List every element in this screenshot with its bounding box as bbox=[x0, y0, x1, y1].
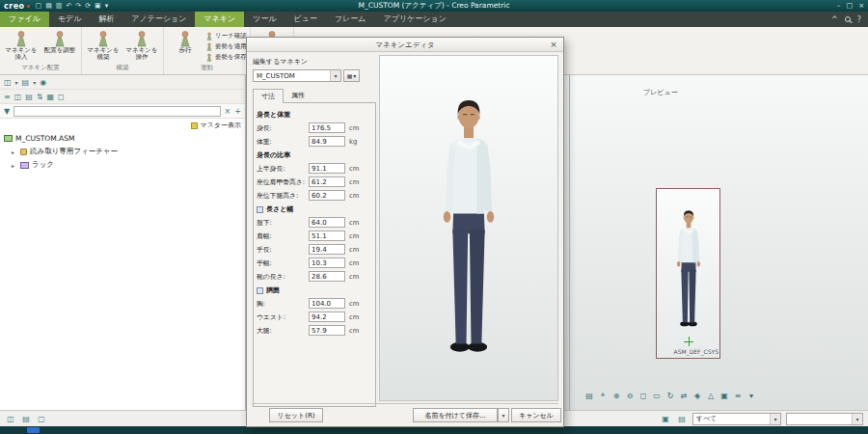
tree-style-icon[interactable]: ▤ bbox=[25, 93, 33, 101]
tab-frame[interactable]: フレーム bbox=[326, 12, 375, 27]
manikin-3d-viewport[interactable] bbox=[379, 55, 558, 401]
tree-show-icon[interactable]: ◫ bbox=[4, 78, 12, 87]
chevron-down-icon[interactable]: ▾ bbox=[33, 79, 36, 86]
display-more-icon[interactable]: ▾ bbox=[746, 390, 757, 401]
tab-file[interactable]: ファイル bbox=[0, 12, 49, 27]
status-windows-icon[interactable]: ◫ bbox=[5, 413, 16, 424]
status-panel-icon[interactable]: ▢ bbox=[36, 413, 47, 424]
add-filter-icon[interactable]: + bbox=[234, 107, 241, 116]
stature-input[interactable] bbox=[309, 122, 345, 133]
display-style-icon[interactable]: ◻ bbox=[637, 390, 649, 401]
shoe-length-input[interactable] bbox=[309, 271, 345, 282]
dialog-close-icon[interactable]: × bbox=[547, 38, 560, 52]
tab-attributes[interactable]: 属性 bbox=[284, 89, 312, 103]
regenerate-icon[interactable]: ⟳ bbox=[85, 0, 91, 12]
tree-search-input[interactable] bbox=[14, 106, 220, 117]
collapse-ribbon-icon[interactable]: ^ bbox=[831, 15, 838, 24]
reset-button[interactable]: リセット(R) bbox=[269, 408, 323, 422]
search-tool-icon[interactable]: ▤ bbox=[676, 413, 688, 424]
windows-icon[interactable]: ▣ bbox=[95, 0, 101, 12]
tree-item-assembly[interactable]: M_CUSTOM.ASM bbox=[0, 132, 245, 145]
secondary-filter-combo[interactable]: ▾ bbox=[786, 413, 863, 425]
filter-funnel-icon[interactable]: ▼ bbox=[4, 107, 10, 116]
undo-icon[interactable]: ↶ bbox=[66, 0, 71, 12]
dialog-title-bar[interactable]: マネキンエディタ × bbox=[247, 38, 563, 52]
manipulate-manikin-button[interactable]: マネキンを操作 bbox=[123, 29, 160, 62]
manikin-name-combo[interactable]: M_CUSTOM ▾ bbox=[253, 69, 341, 82]
chevron-down-icon[interactable]: ▾ bbox=[15, 79, 18, 86]
zoom-out-icon[interactable]: ⊖ bbox=[624, 390, 636, 401]
tab-manikin[interactable]: マネキン bbox=[195, 12, 244, 27]
open-file-icon[interactable]: ▤ bbox=[45, 0, 52, 12]
tab-applications[interactable]: アプリケーション bbox=[375, 12, 455, 27]
waist-girth-input[interactable] bbox=[309, 312, 345, 322]
cancel-button[interactable]: キャンセル bbox=[511, 408, 561, 422]
list-display-icon[interactable]: ≡ bbox=[732, 390, 744, 401]
walk-button[interactable]: 歩行 bbox=[167, 29, 203, 54]
tree-sort-icon[interactable]: ⇅ bbox=[37, 93, 43, 101]
notification-icon[interactable]: ▣ bbox=[660, 413, 671, 424]
tab-analysis[interactable]: 解析 bbox=[90, 12, 122, 27]
expand-arrow-icon[interactable]: ▸ bbox=[12, 162, 17, 169]
save-as-button[interactable]: 名前を付けて保存... bbox=[413, 408, 498, 422]
status-browser-icon[interactable]: ▤ bbox=[20, 413, 32, 424]
chest-girth-input[interactable] bbox=[309, 298, 345, 309]
master-view-row[interactable]: マスター表示 bbox=[0, 119, 245, 132]
sitting-shoulder-height-input[interactable] bbox=[309, 176, 345, 187]
saved-views-icon[interactable]: ▭ bbox=[651, 390, 663, 401]
apply-posture-button[interactable]: 姿勢を適用 bbox=[205, 42, 247, 51]
pan-icon[interactable]: ⇄ bbox=[678, 390, 690, 401]
tree-list-icon[interactable]: ≡ bbox=[4, 93, 11, 101]
tab-dimensions[interactable]: 寸法 bbox=[253, 89, 284, 103]
refit-icon[interactable]: ▤ bbox=[583, 390, 595, 401]
maximize-button[interactable]: □ bbox=[847, 2, 854, 10]
tree-record-icon[interactable]: ◉ bbox=[40, 78, 46, 87]
tree-blank-icon[interactable]: ◻ bbox=[58, 93, 65, 101]
zoom-target-icon[interactable]: ⌖ bbox=[597, 390, 609, 401]
taskbar-app-icon[interactable] bbox=[27, 427, 40, 433]
redo-icon[interactable]: ↷ bbox=[75, 0, 81, 12]
save-icon[interactable]: ▥ bbox=[56, 0, 63, 12]
adjust-placement-button[interactable]: 配置を調整 bbox=[41, 29, 78, 54]
annotation-display-icon[interactable]: △ bbox=[705, 390, 717, 401]
clear-search-icon[interactable]: × bbox=[225, 107, 231, 116]
zoom-in-icon[interactable]: ⊕ bbox=[610, 390, 622, 401]
tab-tools[interactable]: ツール bbox=[244, 12, 285, 27]
tree-item-readonly-features[interactable]: ▸ 読み取り専用フィーチャー bbox=[0, 145, 245, 158]
close-button[interactable]: × bbox=[858, 2, 864, 10]
tab-annotation[interactable]: アノテーション bbox=[122, 12, 195, 27]
shoulder-width-input[interactable] bbox=[309, 231, 345, 241]
datum-display-icon[interactable]: ◈ bbox=[692, 390, 703, 401]
section-toggle-icon[interactable] bbox=[257, 287, 263, 294]
minimize-button[interactable]: – bbox=[837, 2, 841, 10]
tree-item-rack[interactable]: ▸ ラック bbox=[0, 158, 245, 172]
chevron-down-icon[interactable]: ▾ bbox=[330, 70, 340, 81]
thigh-girth-input[interactable] bbox=[309, 325, 345, 336]
layer-display-icon[interactable]: ▣ bbox=[719, 390, 730, 401]
inseam-input[interactable] bbox=[309, 217, 345, 228]
manikin-library-button[interactable]: ▦ ▾ bbox=[343, 69, 360, 82]
tree-columns-icon[interactable]: ◫ bbox=[14, 93, 22, 101]
pane-divider[interactable] bbox=[569, 75, 570, 410]
new-file-icon[interactable]: ▢ bbox=[36, 0, 42, 12]
qat-more-icon[interactable]: ▾ bbox=[105, 0, 109, 12]
tree-folder-icon[interactable]: ▤ bbox=[22, 78, 30, 87]
save-as-dropdown-icon[interactable]: ▾ bbox=[498, 408, 509, 422]
tab-view[interactable]: ビュー bbox=[285, 12, 326, 27]
weight-input[interactable] bbox=[309, 136, 345, 147]
section-toggle-icon[interactable] bbox=[257, 206, 263, 213]
upper-body-length-input[interactable] bbox=[309, 163, 345, 174]
tree-grid-icon[interactable]: ▦ bbox=[47, 93, 55, 101]
manikin-preview-box[interactable]: ASM_DEF_CSYS bbox=[656, 188, 720, 359]
hand-width-input[interactable] bbox=[309, 258, 345, 268]
selection-filter-combo[interactable]: すべて ▾ bbox=[692, 413, 781, 425]
save-posture-button[interactable]: 姿勢を保存 bbox=[205, 53, 247, 62]
tab-model[interactable]: モデル bbox=[49, 12, 91, 27]
reach-check-button[interactable]: リーチ確認 bbox=[205, 32, 247, 41]
sitting-lower-leg-height-input[interactable] bbox=[309, 190, 345, 201]
spin-icon[interactable]: ↻ bbox=[665, 390, 676, 401]
search-icon[interactable] bbox=[845, 16, 851, 22]
build-manikin-button[interactable]: マネキンを構築 bbox=[85, 29, 122, 62]
hand-length-input[interactable] bbox=[309, 244, 345, 255]
insert-manikin-button[interactable]: マネキンを挿入 bbox=[3, 29, 40, 62]
